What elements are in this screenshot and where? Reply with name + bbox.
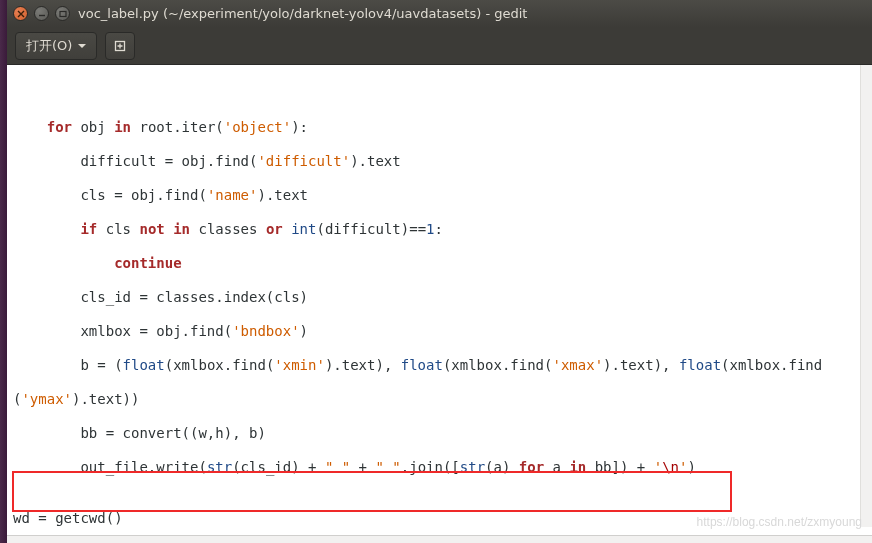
open-button[interactable]: 打开(O) — [15, 32, 97, 60]
svg-rect-0 — [60, 11, 66, 16]
code-line: cls = obj.find('name').text — [7, 187, 872, 204]
code-editor[interactable]: for obj in root.iter('object'): difficul… — [7, 65, 872, 535]
code-line: wd = getcwd() — [7, 510, 872, 527]
minimize-button[interactable] — [34, 6, 49, 21]
code-line: if cls not in classes or int(difficult)=… — [7, 221, 872, 238]
close-icon — [17, 10, 25, 18]
code-line: for obj in root.iter('object'): — [7, 102, 872, 136]
chevron-down-icon — [78, 44, 86, 48]
titlebar[interactable]: voc_label.py (~/experiment/yolo/darknet-… — [7, 0, 872, 27]
gedit-window: voc_label.py (~/experiment/yolo/darknet-… — [7, 0, 872, 543]
vertical-scrollbar[interactable] — [860, 65, 872, 527]
code-line: ('ymax').text)) — [7, 391, 872, 408]
open-button-label: 打开(O) — [26, 37, 72, 55]
code-line: bb = convert((w,h), b) — [7, 425, 872, 442]
code-line: out_file.write(str(cls_id) + " " + " ".j… — [7, 459, 872, 476]
code-line: xmlbox = obj.find('bndbox') — [7, 323, 872, 340]
code-line: cls_id = classes.index(cls) — [7, 289, 872, 306]
unity-launcher-edge — [0, 0, 7, 543]
minimize-icon — [38, 10, 46, 18]
toolbar: 打开(O) — [7, 27, 872, 65]
code-line: b = (float(xmlbox.find('xmin').text), fl… — [7, 357, 872, 374]
window-controls — [13, 6, 70, 21]
code-line: difficult = obj.find('difficult').text — [7, 153, 872, 170]
maximize-icon — [59, 10, 67, 18]
statusbar — [7, 535, 872, 543]
new-tab-button[interactable] — [105, 32, 135, 60]
new-tab-icon — [113, 39, 127, 53]
window-title: voc_label.py (~/experiment/yolo/darknet-… — [78, 6, 527, 21]
code-line: continue — [7, 255, 872, 272]
close-button[interactable] — [13, 6, 28, 21]
red-highlight-box — [12, 471, 732, 512]
maximize-button[interactable] — [55, 6, 70, 21]
